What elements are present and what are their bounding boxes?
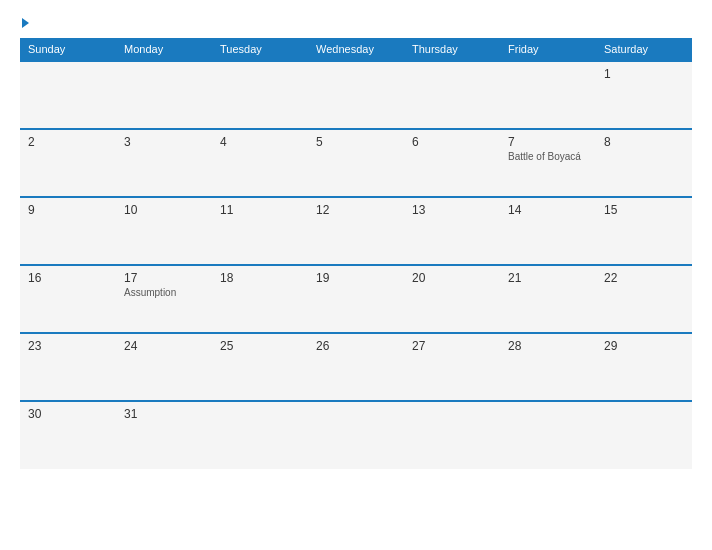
week-row-5: 3031 [20,401,692,469]
week-row-1: 234567Battle of Boyacá8 [20,129,692,197]
day-number: 25 [220,339,300,353]
week-row-4: 23242526272829 [20,333,692,401]
day-number: 16 [28,271,108,285]
day-number: 2 [28,135,108,149]
day-number: 24 [124,339,204,353]
calendar-cell [500,401,596,469]
day-number: 15 [604,203,684,217]
day-number: 31 [124,407,204,421]
calendar-cell: 29 [596,333,692,401]
day-number: 30 [28,407,108,421]
day-number: 1 [604,67,684,81]
calendar-cell: 23 [20,333,116,401]
calendar-cell: 22 [596,265,692,333]
weekday-thursday: Thursday [404,38,500,61]
calendar-cell: 21 [500,265,596,333]
week-row-2: 9101112131415 [20,197,692,265]
calendar-cell: 3 [116,129,212,197]
calendar-cell [404,401,500,469]
calendar-cell [308,401,404,469]
calendar-cell: 24 [116,333,212,401]
calendar-cell [404,61,500,129]
calendar-cell: 17Assumption [116,265,212,333]
day-number: 14 [508,203,588,217]
weekday-monday: Monday [116,38,212,61]
calendar-cell: 31 [116,401,212,469]
calendar-cell: 5 [308,129,404,197]
calendar-cell: 28 [500,333,596,401]
calendar-cell: 15 [596,197,692,265]
weekday-wednesday: Wednesday [308,38,404,61]
calendar-cell: 11 [212,197,308,265]
calendar-cell: 26 [308,333,404,401]
day-number: 9 [28,203,108,217]
day-number: 6 [412,135,492,149]
calendar-cell: 13 [404,197,500,265]
calendar-body: 1234567Battle of Boyacá89101112131415161… [20,61,692,469]
calendar-cell: 19 [308,265,404,333]
calendar-cell: 2 [20,129,116,197]
calendar-cell: 27 [404,333,500,401]
day-number: 4 [220,135,300,149]
day-event: Battle of Boyacá [508,151,581,162]
day-number: 28 [508,339,588,353]
calendar-cell: 14 [500,197,596,265]
weekday-header-row: SundayMondayTuesdayWednesdayThursdayFrid… [20,38,692,61]
calendar-cell: 25 [212,333,308,401]
day-number: 20 [412,271,492,285]
calendar-cell: 10 [116,197,212,265]
week-row-0: 1 [20,61,692,129]
calendar-cell: 6 [404,129,500,197]
day-number: 12 [316,203,396,217]
calendar-cell: 12 [308,197,404,265]
day-number: 3 [124,135,204,149]
day-number: 26 [316,339,396,353]
calendar-table: SundayMondayTuesdayWednesdayThursdayFrid… [20,38,692,469]
logo-blue-text [20,18,30,28]
logo-triangle-icon [22,18,29,28]
calendar-cell [116,61,212,129]
day-number: 13 [412,203,492,217]
calendar-cell: 9 [20,197,116,265]
day-number: 7 [508,135,588,149]
day-number: 22 [604,271,684,285]
day-number: 11 [220,203,300,217]
calendar-cell: 18 [212,265,308,333]
day-number: 21 [508,271,588,285]
day-number: 5 [316,135,396,149]
weekday-saturday: Saturday [596,38,692,61]
weekday-friday: Friday [500,38,596,61]
calendar-cell [212,61,308,129]
calendar-cell: 1 [596,61,692,129]
day-number: 23 [28,339,108,353]
calendar-cell: 8 [596,129,692,197]
day-number: 29 [604,339,684,353]
weekday-tuesday: Tuesday [212,38,308,61]
calendar-cell [500,61,596,129]
day-number: 27 [412,339,492,353]
calendar-cell [20,61,116,129]
logo [20,18,30,28]
day-event: Assumption [124,287,176,298]
day-number: 17 [124,271,204,285]
day-number: 10 [124,203,204,217]
calendar-cell [212,401,308,469]
calendar-cell: 4 [212,129,308,197]
day-number: 18 [220,271,300,285]
calendar-header: SundayMondayTuesdayWednesdayThursdayFrid… [20,38,692,61]
day-number: 8 [604,135,684,149]
page: SundayMondayTuesdayWednesdayThursdayFrid… [0,0,712,550]
calendar-cell [308,61,404,129]
calendar-cell: 20 [404,265,500,333]
calendar-cell: 7Battle of Boyacá [500,129,596,197]
calendar-cell [596,401,692,469]
calendar-cell: 30 [20,401,116,469]
week-row-3: 1617Assumption1819202122 [20,265,692,333]
day-number: 19 [316,271,396,285]
header [20,18,692,28]
weekday-sunday: Sunday [20,38,116,61]
calendar-cell: 16 [20,265,116,333]
